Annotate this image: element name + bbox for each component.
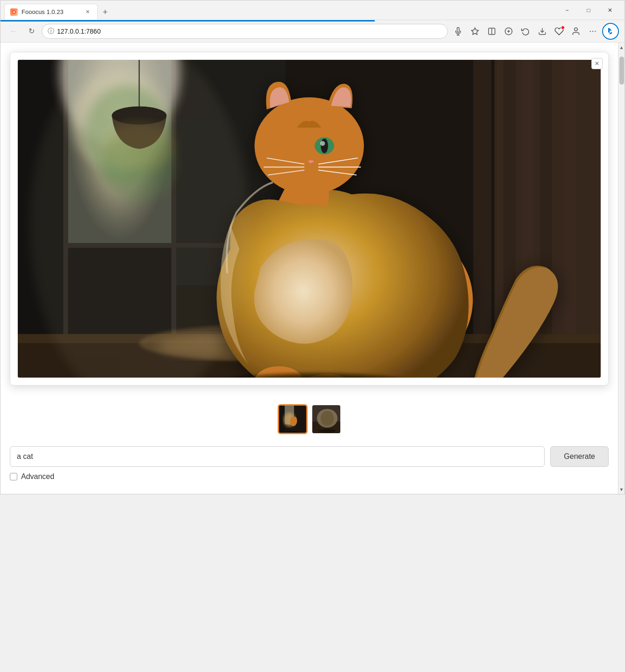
read-aloud-button[interactable] xyxy=(451,24,466,39)
advanced-row: Advanced xyxy=(10,472,609,481)
svg-point-40 xyxy=(255,97,364,194)
scrollbar: ▲ ▼ xyxy=(618,43,625,494)
svg-rect-30 xyxy=(564,60,576,378)
prompt-row: Generate xyxy=(10,446,609,467)
svg-point-68 xyxy=(321,411,334,426)
bing-button[interactable] xyxy=(602,23,619,40)
scrollbar-up-button[interactable]: ▲ xyxy=(618,43,625,52)
history-button[interactable] xyxy=(518,24,533,39)
svg-point-7 xyxy=(575,28,578,31)
advanced-label[interactable]: Advanced xyxy=(21,472,54,481)
advanced-checkbox[interactable] xyxy=(10,473,17,480)
tab-close-button[interactable]: ✕ xyxy=(83,8,92,16)
collections-button[interactable] xyxy=(501,24,516,39)
profile-button[interactable] xyxy=(568,24,583,39)
close-button[interactable]: ✕ xyxy=(599,4,621,17)
downloads-button[interactable] xyxy=(535,24,550,39)
thumbnail-2-image xyxy=(312,405,341,434)
scrollbar-down-button[interactable]: ▼ xyxy=(618,485,625,494)
main-image-container xyxy=(18,60,601,378)
svg-point-10 xyxy=(595,30,596,31)
maximize-button[interactable]: □ xyxy=(578,4,599,17)
svg-point-42 xyxy=(321,139,328,153)
address-text: 127.0.0.1:7860 xyxy=(57,28,442,35)
address-bar[interactable]: ⓘ 127.0.0.1:7860 xyxy=(42,24,448,39)
thumbnails-row xyxy=(10,395,609,439)
tab-favicon xyxy=(10,8,18,16)
scrollbar-thumb[interactable] xyxy=(619,57,624,85)
progress-bar xyxy=(0,20,375,21)
tab-bar: Fooocus 1.0.23 ✕ + xyxy=(4,0,553,20)
minimize-button[interactable]: − xyxy=(556,4,578,17)
svg-point-8 xyxy=(590,30,591,31)
app-container: ✕ xyxy=(0,43,618,494)
title-bar: Fooocus 1.0.23 ✕ + − □ ✕ xyxy=(0,0,625,20)
generate-button[interactable]: Generate xyxy=(550,446,609,467)
nav-bar: ← ↻ ⓘ 127.0.0.1:7860 xyxy=(0,20,625,43)
thumbnail-1-image xyxy=(279,406,308,434)
thumbnail-2[interactable] xyxy=(311,404,341,434)
scrollbar-track[interactable] xyxy=(618,52,625,485)
extensions-button[interactable] xyxy=(552,24,567,39)
info-icon: ⓘ xyxy=(48,27,54,36)
split-screen-button[interactable] xyxy=(484,24,499,39)
cat-image xyxy=(18,60,601,378)
refresh-button[interactable]: ↻ xyxy=(24,24,39,39)
page-content: ✕ xyxy=(0,43,618,494)
tab-title: Fooocus 1.0.23 xyxy=(22,8,64,15)
nav-actions xyxy=(451,23,619,40)
svg-point-9 xyxy=(592,30,593,31)
svg-marker-3 xyxy=(472,28,479,34)
svg-rect-29 xyxy=(540,60,552,378)
modal-close-button[interactable]: ✕ xyxy=(591,58,603,69)
browser-tab[interactable]: Fooocus 1.0.23 ✕ xyxy=(4,4,98,20)
svg-point-43 xyxy=(320,141,325,146)
back-button[interactable]: ← xyxy=(6,24,21,39)
prompt-input[interactable] xyxy=(10,446,545,467)
notification-dot xyxy=(561,26,565,29)
favorites-button[interactable] xyxy=(467,24,482,39)
bottom-controls: Generate Advanced xyxy=(10,439,609,485)
thumbnail-1[interactable] xyxy=(278,404,308,434)
new-tab-button[interactable]: + xyxy=(98,5,113,20)
browser-window: Fooocus 1.0.23 ✕ + − □ ✕ ← ↻ ⓘ 127.0.0.1… xyxy=(0,0,625,494)
settings-button[interactable] xyxy=(585,24,600,39)
image-viewer-modal: ✕ xyxy=(10,52,609,386)
browser-body: ✕ xyxy=(0,43,625,494)
svg-point-58 xyxy=(30,60,249,378)
svg-point-69 xyxy=(319,429,336,433)
